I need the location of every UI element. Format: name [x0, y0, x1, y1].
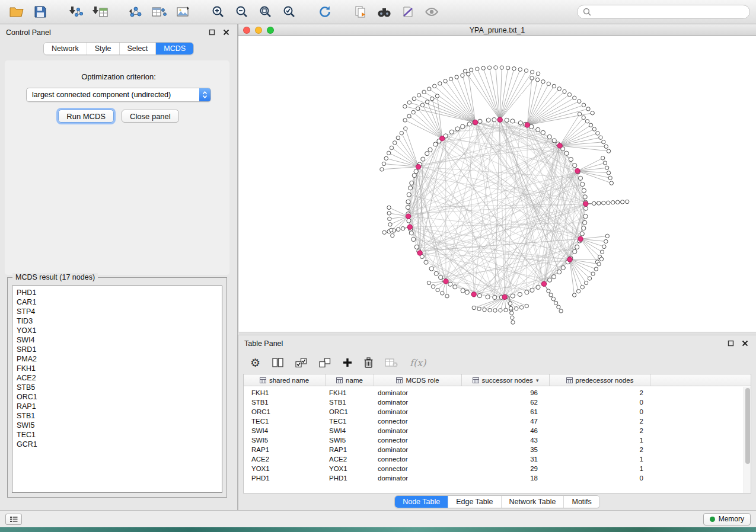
unselect-all-button[interactable]	[319, 358, 331, 368]
table-cell[interactable]: PHD1	[244, 475, 326, 482]
mcds-result-item[interactable]: SWI5	[17, 421, 218, 430]
float-table-panel-button[interactable]	[726, 338, 736, 348]
table-cell[interactable]: connector	[374, 456, 462, 463]
hide-graphics-button[interactable]	[397, 2, 419, 21]
table-cell[interactable]: RAP1	[326, 446, 374, 453]
export-network-button[interactable]	[125, 2, 146, 21]
maximize-window-icon[interactable]	[267, 27, 274, 34]
show-graphics-details-button[interactable]	[421, 2, 442, 21]
mcds-result-item[interactable]: FKH1	[17, 364, 218, 373]
table-row[interactable]: TEC1TEC1connector472	[244, 416, 751, 426]
close-window-icon[interactable]	[243, 27, 250, 34]
zoom-selected-button[interactable]	[279, 2, 300, 21]
table-row[interactable]: FKH1FKH1dominator962	[244, 388, 751, 398]
table-cell[interactable]: ORC1	[244, 408, 326, 415]
search-input[interactable]	[594, 8, 744, 16]
refresh-view-button[interactable]	[314, 2, 336, 21]
minimize-window-icon[interactable]	[255, 27, 262, 34]
table-cell[interactable]: FKH1	[244, 389, 326, 396]
table-cell[interactable]: 2	[550, 427, 650, 434]
column-header-mcds-role[interactable]: MCDS role	[374, 374, 462, 386]
table-cell[interactable]: SWI5	[244, 437, 326, 444]
export-table-button[interactable]	[148, 2, 170, 21]
table-row[interactable]: ORC1ORC1dominator610	[244, 407, 751, 416]
table-cell[interactable]: YOX1	[244, 465, 326, 472]
table-row[interactable]: SWI5SWI5connector431	[244, 435, 751, 445]
mcds-result-item[interactable]: PHD1	[17, 288, 218, 297]
zoom-fit-button[interactable]	[255, 2, 276, 21]
table-cell[interactable]: SWI4	[326, 427, 374, 434]
network-search-box[interactable]	[577, 5, 750, 19]
table-cell[interactable]: connector	[374, 465, 462, 472]
tab-mcds[interactable]: MCDS	[155, 43, 193, 55]
table-cell[interactable]: 43	[462, 437, 550, 444]
table-cell[interactable]: STB1	[326, 399, 374, 406]
close-mcds-panel-button[interactable]: Close panel	[122, 110, 179, 123]
scrollbar-thumb[interactable]	[745, 388, 750, 464]
float-panel-button[interactable]	[207, 27, 217, 37]
mcds-result-item[interactable]: CAR1	[17, 297, 218, 307]
mcds-result-item[interactable]: SWI4	[17, 335, 218, 345]
mcds-result-item[interactable]: ACE2	[17, 373, 218, 383]
table-cell[interactable]: 2	[550, 389, 650, 396]
zoom-out-button[interactable]	[231, 2, 253, 21]
table-cell[interactable]: YOX1	[326, 465, 374, 472]
table-cell[interactable]: 1	[550, 437, 650, 444]
delete-row-button[interactable]	[364, 357, 373, 368]
table-cell[interactable]: dominator	[374, 475, 462, 482]
table-cell[interactable]: 18	[462, 475, 550, 482]
column-header-shared-name[interactable]: shared name	[244, 374, 326, 386]
table-cell[interactable]: 35	[462, 446, 550, 453]
table-cell[interactable]: 1	[550, 456, 650, 463]
column-header-successor-nodes[interactable]: successor nodes ▾	[462, 374, 550, 386]
table-cell[interactable]: ACE2	[326, 456, 374, 463]
table-cell[interactable]: 62	[462, 399, 550, 406]
save-session-button[interactable]	[30, 2, 51, 21]
mcds-result-item[interactable]: GCR1	[17, 440, 218, 449]
tab-network-table[interactable]: Network Table	[501, 496, 564, 508]
table-cell[interactable]: ORC1	[326, 408, 374, 415]
column-header-predecessor-nodes[interactable]: predecessor nodes	[550, 374, 650, 386]
table-cell[interactable]: SWI4	[244, 427, 326, 434]
table-cell[interactable]: dominator	[374, 446, 462, 453]
table-cell[interactable]: dominator	[374, 389, 462, 396]
table-cell[interactable]: 47	[462, 418, 550, 425]
network-graph[interactable]	[238, 36, 756, 331]
table-cell[interactable]: connector	[374, 418, 462, 425]
table-cell[interactable]: dominator	[374, 399, 462, 406]
tab-node-table[interactable]: Node Table	[395, 496, 448, 508]
table-cell[interactable]: SWI5	[326, 437, 374, 444]
mcds-result-item[interactable]: STB1	[17, 411, 218, 421]
table-row[interactable]: SWI4SWI4dominator462	[244, 426, 751, 435]
mcds-result-item[interactable]: SRD1	[17, 345, 218, 354]
run-mcds-button[interactable]: Run MCDS	[58, 110, 114, 123]
select-all-button[interactable]	[295, 358, 307, 368]
table-scrollbar[interactable]	[744, 387, 751, 493]
table-cell[interactable]: 0	[550, 475, 650, 482]
export-image-button[interactable]	[172, 2, 193, 21]
table-cell[interactable]: PHD1	[326, 475, 374, 482]
search-binoculars-button[interactable]	[374, 2, 395, 21]
memory-button[interactable]: Memory	[703, 513, 751, 525]
table-row[interactable]: STB1STB1dominator620	[244, 398, 751, 407]
tab-network[interactable]: Network	[44, 43, 87, 55]
table-cell[interactable]: dominator	[374, 408, 462, 415]
table-cell[interactable]: 2	[550, 446, 650, 453]
delete-table-button[interactable]	[385, 358, 398, 367]
table-cell[interactable]: 0	[550, 399, 650, 406]
mcds-result-item[interactable]: TEC1	[17, 430, 218, 440]
table-cell[interactable]: 2	[550, 418, 650, 425]
optimization-criterion-select[interactable]: largest connected component (undirected)	[26, 88, 211, 102]
mcds-result-item[interactable]: ORC1	[17, 392, 218, 402]
panel-menu-button[interactable]	[5, 514, 22, 525]
table-cell[interactable]: 31	[462, 456, 550, 463]
mcds-result-item[interactable]: RAP1	[17, 402, 218, 411]
table-cell[interactable]: connector	[374, 437, 462, 444]
import-table-button[interactable]	[89, 2, 110, 21]
network-window-titlebar[interactable]: YPA_prune.txt_1	[238, 24, 756, 36]
table-row[interactable]: YOX1YOX1connector291	[244, 464, 751, 473]
table-cell[interactable]: 0	[550, 408, 650, 415]
table-row[interactable]: PHD1PHD1dominator180	[244, 473, 751, 483]
table-cell[interactable]: FKH1	[326, 389, 374, 396]
zoom-in-button[interactable]	[208, 2, 229, 21]
